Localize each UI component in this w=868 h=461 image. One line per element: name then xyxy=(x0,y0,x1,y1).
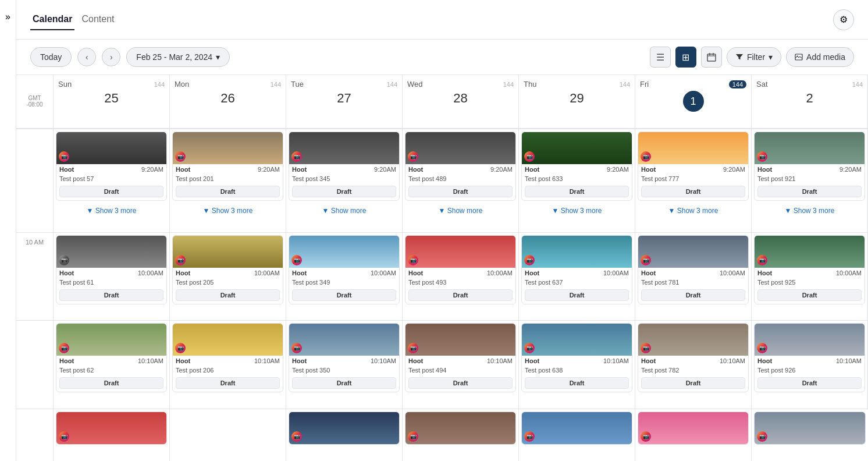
day-num-fri-today: 1 xyxy=(683,91,704,112)
post-card-wed-bottom[interactable]: 📷 xyxy=(405,412,516,445)
sidebar-toggle[interactable]: » xyxy=(0,0,16,461)
post-card-sat-bottom[interactable]: 📷 xyxy=(754,412,866,445)
add-media-button[interactable]: Add media xyxy=(786,47,854,67)
show-more-thu-920[interactable]: ▼ Show 3 more xyxy=(521,203,632,218)
post-status: Draft xyxy=(292,377,396,389)
post-card-wed-1000[interactable]: 📷 Hoot 10:00AM Test post 493 Draft xyxy=(405,235,516,304)
settings-button[interactable]: ⚙ xyxy=(833,9,854,30)
show-more-mon-920[interactable]: ▼ Show 3 more xyxy=(172,203,283,218)
show-more-sun-920[interactable]: ▼ Show 3 more xyxy=(56,203,167,218)
post-card-mon-1010[interactable]: 📷 Hoot 10:10AM Test post 206 Draft xyxy=(172,323,283,392)
post-info: Hoot 10:10AM xyxy=(173,356,283,366)
post-card-fri-bottom[interactable]: 📷 xyxy=(638,412,749,445)
post-card-mon-1000[interactable]: 📷 Hoot 10:00AM Test post 205 Draft xyxy=(172,235,283,304)
post-time: 10:10AM xyxy=(254,357,280,364)
day-header-thu: Thu 144 29 xyxy=(519,75,635,129)
calendar-cell-tue-1000: 📷 Hoot 10:00AM Test post 349 Draft xyxy=(286,232,403,321)
calendar-view-button[interactable] xyxy=(701,47,722,68)
day-num-tue: 27 xyxy=(291,91,397,106)
post-account: Hoot xyxy=(176,357,190,364)
instagram-icon: 📷 xyxy=(641,431,651,442)
post-card-thu-1010[interactable]: 📷 Hoot 10:10AM Test post 638 Draft xyxy=(521,323,632,392)
show-more-tue-920[interactable]: ▼ Show more xyxy=(289,203,400,218)
post-card-sun-920[interactable]: 📷 Hoot 9:20AM Test post 57 Draft xyxy=(56,132,167,201)
post-time: 9:20AM xyxy=(258,166,280,173)
calendar-cell-thu-bottom: 📷 xyxy=(519,409,635,461)
post-card-sun-1000[interactable]: 📷 Hoot 10:00AM Test post 61 Draft xyxy=(56,235,167,304)
post-card-fri-1010[interactable]: 📷 Hoot 10:10AM Test post 782 Draft xyxy=(638,323,749,392)
post-card-mon-920[interactable]: 📷 Hoot 9:20AM Test post 201 Draft xyxy=(172,132,283,201)
post-info: Hoot 10:00AM xyxy=(56,268,166,278)
day-count-thu: 144 xyxy=(620,81,630,88)
post-card-tue-920[interactable]: 📷 Hoot 9:20AM Test post 345 Draft xyxy=(289,132,400,201)
calendar-cell-thu-920: 📷 Hoot 9:20AM Test post 633 Draft ▼ Show… xyxy=(519,129,635,232)
post-title: Test post 926 xyxy=(755,366,865,375)
post-card-sat-920[interactable]: 📷 Hoot 9:20AM Test post 921 Draft xyxy=(754,132,865,201)
post-image: 📷 xyxy=(522,324,632,356)
today-button[interactable]: Today xyxy=(30,47,72,67)
post-image: 📷 xyxy=(638,324,748,356)
post-title: Test post 61 xyxy=(56,278,166,288)
post-status: Draft xyxy=(59,377,163,389)
post-card-fri-920[interactable]: 📷 Hoot 9:20AM Test post 777 Draft xyxy=(638,132,749,201)
post-title: Test post 777 xyxy=(638,175,748,184)
instagram-icon: 📷 xyxy=(59,255,69,265)
post-time: 10:10AM xyxy=(603,357,629,364)
post-account: Hoot xyxy=(176,269,190,276)
show-more-fri-920[interactable]: ▼ Show 3 more xyxy=(638,203,749,218)
post-title: Test post 345 xyxy=(289,175,399,184)
tab-calendar[interactable]: Calendar xyxy=(30,9,74,30)
post-image: 📷 xyxy=(405,412,515,444)
post-image: 📷 xyxy=(173,132,283,164)
post-time: 10:10AM xyxy=(138,357,163,364)
calendar-cell-fri-bottom: 📷 xyxy=(635,409,752,461)
post-card-tue-bottom[interactable]: 📷 xyxy=(289,412,400,445)
show-more-sat-920[interactable]: ▼ Show 3 more xyxy=(754,203,865,218)
post-card-thu-bottom[interactable]: 📷 xyxy=(521,412,632,445)
tab-content[interactable]: Content xyxy=(79,9,116,30)
post-account: Hoot xyxy=(408,269,423,276)
calendar-cell-fri-1000: 📷 Hoot 10:00AM Test post 781 Draft xyxy=(635,232,752,321)
calendar-container: GMT -08:00 Sun 144 25 Mon 144 xyxy=(16,75,868,461)
post-card-sun-1010[interactable]: 📷 Hoot 10:10AM Test post 62 Draft xyxy=(56,323,167,392)
post-card-wed-920[interactable]: 📷 Hoot 9:20AM Test post 489 Draft xyxy=(405,132,516,201)
post-card-wed-1010[interactable]: 📷 Hoot 10:10AM Test post 494 Draft xyxy=(405,323,516,392)
post-time: 10:00AM xyxy=(487,269,513,276)
add-media-label: Add media xyxy=(806,52,845,62)
post-card-fri-1000[interactable]: 📷 Hoot 10:00AM Test post 781 Draft xyxy=(638,235,749,304)
post-image: 📷 xyxy=(638,412,748,444)
post-image: 📷 xyxy=(522,236,632,268)
post-card-sun-bottom[interactable]: 📷 xyxy=(56,412,167,445)
post-card-tue-1000[interactable]: 📷 Hoot 10:00AM Test post 349 Draft xyxy=(289,235,400,304)
post-title: Test post 205 xyxy=(173,278,283,288)
post-status: Draft xyxy=(757,289,862,301)
calendar-cell-wed-1000: 📷 Hoot 10:00AM Test post 493 Draft xyxy=(403,232,519,321)
prev-button[interactable]: ‹ xyxy=(77,48,96,66)
post-status: Draft xyxy=(408,186,513,197)
day-header-sat: Sat 144 2 xyxy=(752,75,868,129)
date-range-label: Feb 25 - Mar 2, 2024 xyxy=(136,52,212,62)
grid-view-button[interactable]: ⊞ xyxy=(675,47,696,68)
list-view-button[interactable]: ☰ xyxy=(650,47,671,68)
post-card-tue-1010[interactable]: 📷 Hoot 10:10AM Test post 350 Draft xyxy=(289,323,400,392)
post-title: Test post 782 xyxy=(638,366,748,375)
date-range-button[interactable]: Feb 25 - Mar 2, 2024 ▾ xyxy=(126,47,230,67)
day-name-sun: Sun xyxy=(58,80,72,88)
day-count-sat: 144 xyxy=(852,81,863,88)
post-title: Test post 925 xyxy=(755,278,865,288)
show-more-wed-920[interactable]: ▼ Show more xyxy=(405,203,516,218)
post-card-sat-1010[interactable]: 📷 Hoot 10:10AM Test post 926 Draft xyxy=(754,323,865,392)
post-status: Draft xyxy=(176,377,280,389)
calendar-cell-sun-1010: 📷 Hoot 10:10AM Test post 62 Draft xyxy=(54,320,170,409)
post-card-sat-1000[interactable]: 📷 Hoot 10:00AM Test post 925 Draft xyxy=(754,235,865,304)
post-title: Test post 201 xyxy=(173,175,283,184)
filter-button[interactable]: Filter ▾ xyxy=(727,47,781,67)
next-button[interactable]: › xyxy=(102,48,120,66)
post-time: 10:10AM xyxy=(836,357,862,364)
post-card-thu-920[interactable]: 📷 Hoot 9:20AM Test post 633 Draft xyxy=(521,132,632,201)
post-account: Hoot xyxy=(408,357,423,364)
post-card-thu-1000[interactable]: 📷 Hoot 10:00AM Test post 637 Draft xyxy=(521,235,632,304)
calendar-cell-wed-bottom: 📷 xyxy=(403,409,519,461)
calendar-cell-sat-1000: 📷 Hoot 10:00AM Test post 925 Draft xyxy=(752,232,868,321)
post-account: Hoot xyxy=(59,166,74,173)
